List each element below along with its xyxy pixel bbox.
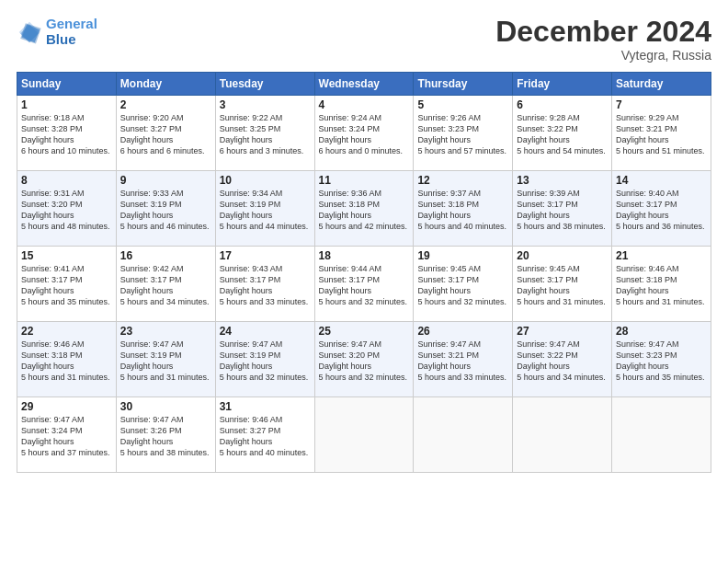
calendar-cell: 24 Sunrise: 9:47 AMSunset: 3:19 PMDaylig… [215, 322, 314, 397]
day-number: 22 [21, 325, 112, 338]
calendar-cell: 25 Sunrise: 9:47 AMSunset: 3:20 PMDaylig… [314, 322, 414, 397]
day-info: Sunrise: 9:45 AMSunset: 3:17 PMDaylight … [517, 264, 606, 306]
day-header-saturday: Saturday [612, 73, 711, 96]
calendar-cell [612, 397, 711, 473]
day-info: Sunrise: 9:42 AMSunset: 3:17 PMDaylight … [120, 264, 210, 306]
calendar-cell: 28 Sunrise: 9:47 AMSunset: 3:23 PMDaylig… [612, 322, 711, 397]
day-number: 18 [319, 249, 410, 262]
day-info: Sunrise: 9:20 AMSunset: 3:27 PMDaylight … [120, 113, 205, 155]
day-info: Sunrise: 9:47 AMSunset: 3:26 PMDaylight … [120, 415, 210, 457]
day-info: Sunrise: 9:31 AMSunset: 3:20 PMDaylight … [21, 189, 110, 231]
day-number: 10 [220, 174, 311, 187]
calendar-cell: 30 Sunrise: 9:47 AMSunset: 3:26 PMDaylig… [116, 397, 215, 473]
day-info: Sunrise: 9:29 AMSunset: 3:21 PMDaylight … [616, 113, 705, 155]
day-info: Sunrise: 9:45 AMSunset: 3:17 PMDaylight … [417, 264, 506, 306]
day-info: Sunrise: 9:47 AMSunset: 3:19 PMDaylight … [220, 339, 309, 382]
calendar-cell: 4 Sunrise: 9:24 AMSunset: 3:24 PMDayligh… [314, 96, 414, 171]
calendar-cell: 14 Sunrise: 9:40 AMSunset: 3:17 PMDaylig… [612, 171, 711, 247]
day-info: Sunrise: 9:47 AMSunset: 3:24 PMDaylight … [21, 415, 110, 457]
day-number: 4 [319, 98, 410, 111]
calendar-cell: 1 Sunrise: 9:18 AMSunset: 3:28 PMDayligh… [17, 96, 117, 171]
day-number: 19 [417, 249, 508, 262]
day-number: 12 [417, 174, 508, 187]
month-title: December 2024 [495, 17, 711, 46]
day-header-monday: Monday [116, 73, 215, 96]
day-info: Sunrise: 9:44 AMSunset: 3:17 PMDaylight … [319, 264, 408, 306]
day-number: 8 [21, 174, 112, 187]
calendar-cell: 9 Sunrise: 9:33 AMSunset: 3:19 PMDayligh… [116, 171, 215, 247]
day-info: Sunrise: 9:47 AMSunset: 3:23 PMDaylight … [616, 339, 705, 382]
calendar-cell: 31 Sunrise: 9:46 AMSunset: 3:27 PMDaylig… [215, 397, 314, 473]
day-info: Sunrise: 9:46 AMSunset: 3:27 PMDaylight … [220, 415, 309, 457]
day-number: 14 [616, 174, 707, 187]
day-header-tuesday: Tuesday [215, 73, 314, 96]
day-number: 27 [517, 325, 608, 338]
calendar-cell: 3 Sunrise: 9:22 AMSunset: 3:25 PMDayligh… [215, 96, 314, 171]
calendar-cell: 17 Sunrise: 9:43 AMSunset: 3:17 PMDaylig… [215, 247, 314, 322]
calendar-cell: 13 Sunrise: 9:39 AMSunset: 3:17 PMDaylig… [513, 171, 612, 247]
day-number: 6 [517, 98, 608, 111]
day-number: 24 [220, 325, 311, 338]
day-number: 17 [220, 249, 311, 262]
day-number: 11 [319, 174, 410, 187]
day-number: 13 [517, 174, 608, 187]
day-info: Sunrise: 9:43 AMSunset: 3:17 PMDaylight … [220, 264, 309, 306]
day-header-thursday: Thursday [414, 73, 513, 96]
day-number: 2 [120, 98, 211, 111]
calendar-cell: 23 Sunrise: 9:47 AMSunset: 3:19 PMDaylig… [116, 322, 215, 397]
day-info: Sunrise: 9:22 AMSunset: 3:25 PMDaylight … [220, 113, 304, 155]
calendar-table: SundayMondayTuesdayWednesdayThursdayFrid… [17, 72, 711, 473]
day-number: 28 [616, 325, 707, 338]
svg-marker-3 [20, 23, 40, 43]
day-number: 31 [220, 400, 311, 413]
location: Vytegra, Russia [495, 48, 711, 63]
day-info: Sunrise: 9:28 AMSunset: 3:22 PMDaylight … [517, 113, 606, 155]
day-number: 25 [319, 325, 410, 338]
calendar-cell: 5 Sunrise: 9:26 AMSunset: 3:23 PMDayligh… [414, 96, 513, 171]
day-info: Sunrise: 9:36 AMSunset: 3:18 PMDaylight … [319, 189, 408, 231]
day-number: 3 [220, 98, 311, 111]
day-number: 1 [21, 98, 112, 111]
calendar-cell: 22 Sunrise: 9:46 AMSunset: 3:18 PMDaylig… [17, 322, 117, 397]
day-header-sunday: Sunday [17, 73, 117, 96]
day-info: Sunrise: 9:47 AMSunset: 3:20 PMDaylight … [319, 339, 408, 382]
day-header-wednesday: Wednesday [314, 73, 414, 96]
day-number: 20 [517, 249, 608, 262]
day-number: 7 [616, 98, 707, 111]
calendar-cell: 10 Sunrise: 9:34 AMSunset: 3:19 PMDaylig… [215, 171, 314, 247]
day-info: Sunrise: 9:37 AMSunset: 3:18 PMDaylight … [417, 189, 506, 231]
day-info: Sunrise: 9:39 AMSunset: 3:17 PMDaylight … [517, 189, 606, 231]
day-number: 5 [417, 98, 508, 111]
calendar-cell: 26 Sunrise: 9:47 AMSunset: 3:21 PMDaylig… [414, 322, 513, 397]
header: General Blue December 2024 Vytegra, Russ… [17, 17, 711, 63]
calendar-cell: 29 Sunrise: 9:47 AMSunset: 3:24 PMDaylig… [17, 397, 117, 473]
calendar-cell: 18 Sunrise: 9:44 AMSunset: 3:17 PMDaylig… [314, 247, 414, 322]
calendar-cell: 6 Sunrise: 9:28 AMSunset: 3:22 PMDayligh… [513, 96, 612, 171]
day-info: Sunrise: 9:40 AMSunset: 3:17 PMDaylight … [616, 189, 705, 231]
calendar-cell [314, 397, 414, 473]
calendar-cell: 8 Sunrise: 9:31 AMSunset: 3:20 PMDayligh… [17, 171, 117, 247]
logo-text: General Blue [46, 17, 97, 47]
day-number: 15 [21, 249, 112, 262]
calendar-cell: 19 Sunrise: 9:45 AMSunset: 3:17 PMDaylig… [414, 247, 513, 322]
calendar-cell: 11 Sunrise: 9:36 AMSunset: 3:18 PMDaylig… [314, 171, 414, 247]
day-info: Sunrise: 9:34 AMSunset: 3:19 PMDaylight … [220, 189, 309, 231]
day-info: Sunrise: 9:24 AMSunset: 3:24 PMDaylight … [319, 113, 404, 155]
calendar-cell: 20 Sunrise: 9:45 AMSunset: 3:17 PMDaylig… [513, 247, 612, 322]
day-number: 23 [120, 325, 211, 338]
calendar-cell: 15 Sunrise: 9:41 AMSunset: 3:17 PMDaylig… [17, 247, 117, 322]
day-number: 29 [21, 400, 112, 413]
day-number: 30 [120, 400, 211, 413]
day-number: 16 [120, 249, 211, 262]
day-info: Sunrise: 9:47 AMSunset: 3:19 PMDaylight … [120, 339, 210, 382]
day-info: Sunrise: 9:18 AMSunset: 3:28 PMDaylight … [21, 113, 110, 155]
calendar-cell: 16 Sunrise: 9:42 AMSunset: 3:17 PMDaylig… [116, 247, 215, 322]
day-info: Sunrise: 9:33 AMSunset: 3:19 PMDaylight … [120, 189, 210, 231]
day-number: 9 [120, 174, 211, 187]
calendar-cell: 21 Sunrise: 9:46 AMSunset: 3:18 PMDaylig… [612, 247, 711, 322]
logo-icon [17, 19, 42, 45]
calendar-cell: 7 Sunrise: 9:29 AMSunset: 3:21 PMDayligh… [612, 96, 711, 171]
calendar-cell [414, 397, 513, 473]
day-number: 26 [417, 325, 508, 338]
logo: General Blue [17, 17, 97, 47]
